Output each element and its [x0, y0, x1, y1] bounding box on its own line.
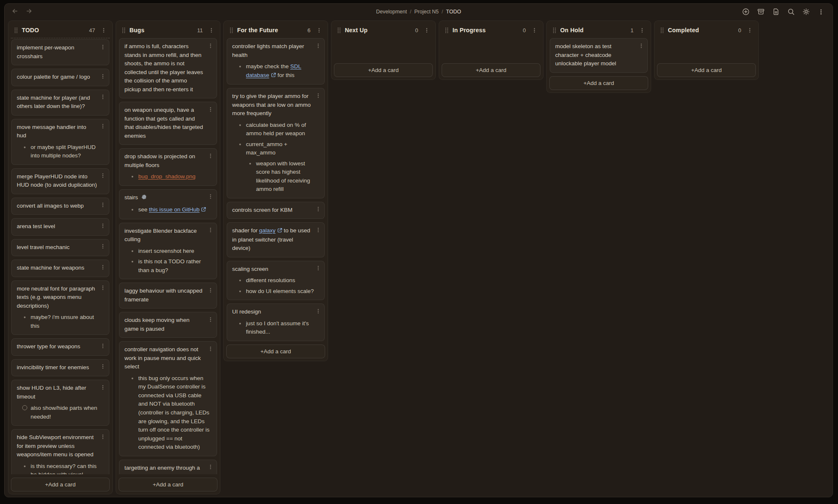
card[interactable]: thrower type for weapons: [11, 338, 109, 356]
card-menu-button[interactable]: [207, 193, 214, 200]
card[interactable]: targetting an enemy through a wall shoul…: [119, 460, 217, 474]
card-menu-button[interactable]: [315, 226, 321, 233]
forward-button[interactable]: [25, 8, 33, 16]
card-menu-button[interactable]: [99, 342, 106, 349]
card-menu-button[interactable]: [99, 202, 106, 208]
more-options-button[interactable]: [817, 8, 825, 16]
card-menu-button[interactable]: [99, 172, 106, 179]
drag-handle-icon[interactable]: [122, 27, 126, 33]
card[interactable]: convert all images to webp: [11, 198, 109, 215]
add-card-button[interactable]: +Add a card: [334, 63, 433, 77]
card-menu-button[interactable]: [638, 42, 644, 49]
settings-button[interactable]: [802, 8, 810, 16]
card[interactable]: shader for galaxy to be used in planet s…: [227, 222, 325, 257]
breadcrumb-item[interactable]: Development: [376, 9, 407, 15]
card[interactable]: arena test level: [11, 218, 109, 236]
add-card-button[interactable]: +Add a card: [657, 63, 756, 77]
card[interactable]: investigate Blender backface cullinginse…: [119, 223, 217, 280]
card[interactable]: scaling screendifferent resolutionshow d…: [227, 261, 325, 301]
column-menu-button[interactable]: [638, 26, 646, 34]
card[interactable]: colour palette for game / logo: [11, 69, 109, 86]
card-menu-button[interactable]: [207, 106, 214, 113]
bullet-dot-icon: [237, 287, 243, 296]
card-link[interactable]: galaxy: [259, 227, 276, 234]
breadcrumb-item[interactable]: Project N5: [414, 9, 439, 15]
card-menu-button[interactable]: [315, 265, 321, 272]
column-menu-button[interactable]: [423, 26, 430, 34]
archive-button[interactable]: [757, 8, 765, 16]
card-link[interactable]: bug_drop_shadow.png: [138, 173, 196, 180]
drag-handle-icon[interactable]: [552, 27, 556, 33]
card-menu-button[interactable]: [99, 73, 106, 80]
card[interactable]: level travel mechanic: [11, 239, 109, 257]
card[interactable]: UI redesignjust so I don't assume it's f…: [227, 303, 325, 341]
card[interactable]: implement per-weapon crosshairs: [11, 39, 109, 65]
card-menu-button[interactable]: [207, 345, 214, 352]
card[interactable]: invincibility timer for enemies: [11, 359, 109, 377]
card-menu-button[interactable]: [207, 227, 214, 234]
card[interactable]: merge PlayerHUD node into HUD node (to a…: [11, 168, 109, 194]
card[interactable]: model skeleton as test character + cheat…: [550, 38, 648, 73]
card-menu-button[interactable]: [99, 433, 106, 440]
card-menu-button[interactable]: [99, 243, 106, 250]
card-menu-button[interactable]: [99, 222, 106, 229]
card[interactable]: if ammo is full, characters stands in am…: [119, 38, 217, 98]
card-menu-button[interactable]: [99, 285, 106, 291]
column-menu-button[interactable]: [315, 26, 323, 34]
drag-handle-icon[interactable]: [445, 27, 449, 33]
card-link[interactable]: this issue on GitHub: [149, 206, 200, 213]
card-menu-button[interactable]: [315, 92, 321, 99]
checkbox-circle-icon[interactable]: [22, 404, 28, 421]
card[interactable]: state machine for player (and others lat…: [11, 90, 109, 116]
card[interactable]: hide SubViewport environment for item pr…: [11, 429, 109, 474]
card-menu-button[interactable]: [99, 264, 106, 270]
column-menu-button[interactable]: [100, 26, 107, 34]
card-menu-button[interactable]: [99, 123, 106, 130]
drag-handle-icon[interactable]: [229, 27, 233, 33]
card-menu-button[interactable]: [315, 206, 321, 213]
card[interactable]: controller lights match player healthmay…: [227, 38, 325, 85]
text-segment: just so I don't assume it's finished...: [246, 320, 309, 335]
card-menu-button[interactable]: [99, 94, 106, 100]
add-card-button[interactable]: +Add a card: [226, 345, 325, 358]
card-menu-button[interactable]: [99, 384, 106, 391]
add-card-button[interactable]: +Add a card: [549, 76, 648, 90]
add-card-button[interactable]: +Add a card: [119, 478, 217, 491]
column-menu-button[interactable]: [530, 26, 538, 34]
column-menu-button[interactable]: [746, 26, 753, 34]
card-menu-button[interactable]: [99, 363, 106, 370]
column-menu-button[interactable]: [207, 26, 215, 34]
card-menu-button[interactable]: [99, 44, 106, 50]
card[interactable]: laggy behaviour with uncapped framerate: [119, 283, 217, 309]
card[interactable]: controller navigation does not work in p…: [119, 341, 217, 456]
bullet-text: weapon with lowest score has highest lik…: [256, 159, 318, 194]
drag-handle-icon[interactable]: [337, 27, 341, 33]
card[interactable]: show HUD on L3, hide after timeoutalso s…: [11, 380, 109, 426]
back-button[interactable]: [10, 8, 19, 16]
card[interactable]: try to give the player ammo for weapons …: [227, 88, 325, 198]
card[interactable]: state machine for weapons: [11, 260, 109, 277]
card[interactable]: drop shadow is projected on multiple flo…: [119, 148, 217, 186]
new-card-button[interactable]: [742, 8, 750, 16]
card[interactable]: clouds keep moving when game is paused: [119, 312, 217, 338]
card-menu-button[interactable]: [207, 42, 214, 49]
card[interactable]: on weapon unequip, have a function that …: [119, 102, 217, 145]
card-menu-button[interactable]: [315, 308, 321, 314]
card-menu-button[interactable]: [315, 42, 321, 49]
drag-handle-icon[interactable]: [14, 27, 18, 33]
drag-handle-icon[interactable]: [660, 27, 664, 33]
notes-button[interactable]: [772, 8, 780, 16]
card[interactable]: more neutral font for paragraph texts (e…: [11, 280, 109, 335]
add-card-button[interactable]: +Add a card: [11, 478, 110, 491]
card-menu-button[interactable]: [207, 316, 214, 323]
card[interactable]: move message handler into hudor maybe sp…: [11, 119, 109, 165]
add-card-button[interactable]: +Add a card: [442, 63, 541, 77]
card-menu-button[interactable]: [207, 464, 214, 471]
card-menu-button[interactable]: [207, 287, 214, 293]
text-segment: see: [138, 206, 149, 213]
card-menu-button[interactable]: [207, 152, 214, 159]
bullet-dot-icon: [22, 462, 28, 474]
search-button[interactable]: [787, 8, 795, 16]
card[interactable]: stairs see this issue on GitHub: [119, 189, 217, 219]
card[interactable]: controls screen for KBM: [227, 202, 325, 219]
